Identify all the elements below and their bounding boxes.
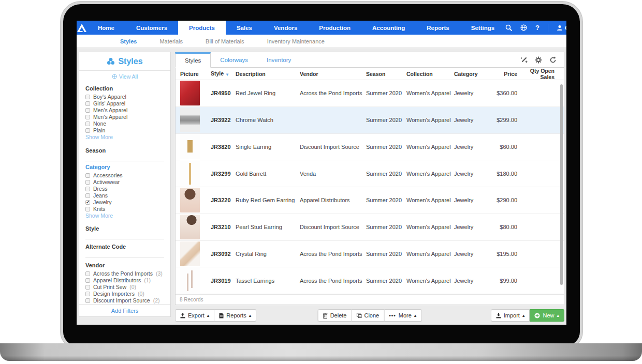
filter-option[interactable]: Plain [85, 127, 164, 134]
filter-option[interactable]: Discount Import Source(2) [85, 297, 164, 304]
checkbox[interactable] [85, 207, 90, 211]
filter-option[interactable]: Dress [85, 186, 164, 192]
collection-show-more-link[interactable]: Show More [85, 134, 164, 141]
checkbox[interactable] [85, 292, 90, 296]
col-qty-open-sales[interactable]: Qty Open Sales [517, 68, 564, 80]
nav-item-accounting[interactable]: Accounting [361, 21, 416, 35]
table-row[interactable]: JR3299 Gold Barrett Venda Summer 2020 Wo… [176, 160, 564, 187]
filter-option[interactable]: Girls' Apparel [85, 100, 164, 107]
table-row[interactable]: JR3820 Single Earring Discount Import So… [176, 134, 564, 161]
clone-button[interactable]: Clone [352, 309, 384, 322]
filter-option[interactable]: Knits [85, 206, 164, 213]
checkbox[interactable] [85, 108, 90, 113]
nav-item-sales[interactable]: Sales [226, 21, 263, 35]
checkbox[interactable] [85, 187, 90, 191]
category-show-more-link[interactable]: Show More [85, 213, 164, 219]
brand-logo[interactable] [77, 21, 87, 35]
table-row[interactable]: JR3092 Crystal Ring Across the Pond Impo… [176, 241, 564, 268]
export-button[interactable]: Export ▴ [175, 309, 214, 322]
subnav-item-bill-of-materials[interactable]: Bill of Materials [194, 38, 256, 44]
cell-style: JR3210 [211, 224, 236, 230]
table-row[interactable]: JR4950 Red Jewel Ring Across the Pond Im… [176, 80, 564, 107]
grid-scrollbar[interactable] [560, 84, 563, 285]
subnav-item-materials[interactable]: Materials [148, 38, 194, 44]
checkbox[interactable] [85, 271, 90, 276]
table-row[interactable]: JR3019 Tassel Earrings Across the Pond I… [176, 267, 564, 294]
filter-section-vendor: Vendor [85, 262, 164, 268]
filter-option[interactable]: Jeans [85, 192, 164, 199]
col-picture[interactable]: Picture [176, 71, 211, 77]
cell-category: Jewelry [454, 144, 487, 150]
checkbox[interactable] [85, 285, 90, 290]
sidebar-scroll-area[interactable]: Collection Boy's Apparel Girls' Apparel … [79, 82, 170, 304]
globe-icon[interactable] [520, 24, 527, 31]
nav-item-production[interactable]: Production [308, 21, 361, 35]
filter-option[interactable]: Cut Print Sew(0) [85, 284, 164, 291]
tab-styles[interactable]: Styles [175, 52, 211, 68]
more-button[interactable]: ••• More ▴ [384, 309, 421, 322]
nav-item-reports[interactable]: Reports [416, 21, 460, 35]
nav-item-vendors[interactable]: Vendors [263, 21, 308, 35]
nav-item-customers[interactable]: Customers [125, 21, 178, 35]
col-vendor[interactable]: Vendor [300, 71, 366, 77]
tab-colorways[interactable]: Colorways [211, 52, 257, 67]
subnav-item-inventory-maintenance[interactable]: Inventory Maintenance [256, 38, 336, 44]
filter-option[interactable]: Men's Apparel [85, 107, 164, 114]
cell-description: Tassel Earrings [236, 278, 300, 284]
import-button[interactable]: Import ▴ [491, 309, 530, 322]
checkbox[interactable] [85, 101, 90, 106]
table-row[interactable]: JR3220 Ruby Red Gem Earring Apparel Dist… [176, 187, 564, 214]
checkbox[interactable] [85, 122, 90, 126]
checkbox[interactable] [85, 278, 90, 283]
cell-description: Crystal Ring [236, 251, 300, 257]
add-filters-link[interactable]: Add Filters [79, 304, 170, 316]
filter-option[interactable]: Across the Pond Imports(3) [85, 270, 164, 277]
refresh-icon[interactable] [549, 56, 557, 64]
filter-option[interactable]: Men's Apparel [85, 114, 164, 120]
col-category[interactable]: Category [454, 71, 487, 77]
magic-wand-icon[interactable] [520, 56, 528, 64]
view-all-link[interactable]: View All [79, 71, 170, 82]
nav-item-settings[interactable]: Settings [460, 21, 505, 35]
col-price[interactable]: Price [487, 71, 517, 77]
delete-button[interactable]: Delete [318, 309, 352, 322]
search-icon[interactable] [505, 24, 512, 31]
subnav-item-styles[interactable]: Styles [109, 38, 148, 44]
nav-item-home[interactable]: Home [87, 21, 125, 35]
user-menu[interactable]: CEO ▾ [557, 25, 566, 31]
new-button[interactable]: New ▴ [530, 309, 564, 322]
col-style-label: Style [211, 70, 224, 77]
filter-option[interactable]: Activewear [85, 179, 164, 186]
checkbox[interactable] [85, 180, 90, 185]
nav-item-products[interactable]: Products [178, 21, 226, 35]
checkbox[interactable] [85, 193, 90, 198]
delta-logo-icon [77, 23, 87, 33]
filter-option[interactable]: Accessories [85, 172, 164, 179]
cell-category: Jewelry [454, 197, 487, 203]
filter-option[interactable]: Boy's Apparel [85, 94, 164, 100]
cell-price: $290.00 [487, 197, 517, 203]
filter-option[interactable]: Design Importers(0) [85, 291, 164, 297]
col-style[interactable]: Style▼ [211, 70, 236, 77]
gear-icon[interactable] [535, 56, 542, 64]
checkbox[interactable] [85, 173, 90, 178]
filter-option-label: Cut Print Sew [93, 284, 126, 291]
table-row[interactable]: JR3210 Pearl Stud Earring Discount Impor… [176, 214, 564, 241]
table-row-selected[interactable]: JR3922 Chrome Watch Summer 2020 Women's … [176, 107, 564, 134]
filter-option[interactable]: Jewelry [85, 199, 164, 206]
checkbox[interactable] [85, 95, 90, 99]
filter-option[interactable]: Apparel Distributors(1) [85, 277, 164, 284]
top-nav: Home Customers Products Sales Vendors Pr… [77, 21, 566, 35]
filter-option[interactable]: None [85, 120, 164, 127]
col-season[interactable]: Season [366, 71, 406, 77]
col-collection[interactable]: Collection [406, 71, 454, 77]
tab-inventory[interactable]: Inventory [257, 52, 300, 67]
checkbox[interactable] [85, 298, 90, 303]
help-icon[interactable]: ? [535, 24, 539, 32]
checkbox-checked[interactable] [85, 200, 90, 205]
col-description[interactable]: Description [236, 71, 300, 77]
reports-button[interactable]: Reports ▴ [214, 309, 256, 322]
checkbox[interactable] [85, 128, 90, 133]
checkbox[interactable] [85, 115, 90, 119]
product-image [180, 161, 200, 186]
